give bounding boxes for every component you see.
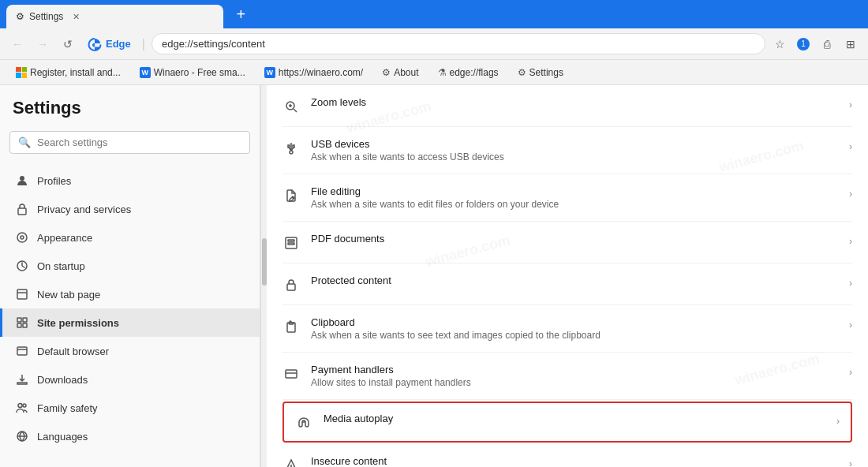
favorites-star-button[interactable]: ☆ [769,33,791,55]
media-autoplay-text: Media autoplay [324,413,825,424]
usb-desc: Ask when a site wants to access USB devi… [311,151,838,163]
sidebar-item-downloads[interactable]: Downloads [0,365,260,394]
clipboard-desc: Ask when a site wants to see text and im… [311,330,838,341]
family-safety-label: Family safety [37,402,98,414]
collections-button[interactable]: 1 [792,33,814,55]
svg-point-11 [18,404,22,408]
clipboard-title: Clipboard [311,316,838,328]
sidebar-item-site-permissions[interactable]: Site permissions [0,308,260,337]
active-tab[interactable]: ⚙ Settings ✕ [6,5,223,28]
sidebar-item-appearance[interactable]: Appearance [0,223,260,252]
toolbar-icons: ☆ 1 ⎙ ⊞ [769,33,862,55]
bookmark-item-4[interactable]: ⚗ edge://flags [432,65,505,80]
payment-icon [282,365,300,383]
permission-item-media-autoplay[interactable]: Media autoplay › [282,402,852,443]
tab-row: ⚙ Settings ✕ + [0,0,868,28]
insecure-text: Insecure content Insecure content is blo… [311,455,838,467]
protected-title: Protected content [311,275,838,286]
sidebar-item-privacy[interactable]: Privacy and services [0,195,260,223]
sidebar-item-printers[interactable]: Printers [0,450,260,454]
search-input[interactable] [37,136,241,148]
svg-rect-10 [17,347,27,355]
pdf-arrow: › [849,236,852,247]
bookmark-item-0[interactable]: Register, install and... [9,65,127,80]
bookmark-label-5: Settings [529,67,563,78]
refresh-button[interactable]: ↺ [57,33,79,55]
ms-favicon [16,67,27,78]
new-tab-icon [15,287,29,301]
back-button[interactable]: ← [6,33,28,55]
svg-rect-5 [17,290,27,299]
usb-arrow: › [849,141,852,152]
sidebar-item-family-safety[interactable]: Family safety [0,394,260,422]
browser-chrome: ⚙ Settings ✕ + ← → ↺ Edge | ☆ 1 ⎙ [0,0,868,85]
sidebar: Settings 🔍 Profiles [0,85,260,467]
protected-text: Protected content [311,275,838,286]
startup-label: On startup [37,260,85,272]
sidebar-scrollbar[interactable] [260,85,267,467]
pdf-title: PDF documents [311,233,838,245]
file-editing-text: File editing Ask when a site wants to ed… [311,185,838,210]
media-autoplay-title: Media autoplay [324,413,825,424]
extensions-button[interactable]: ⊞ [840,33,862,55]
appearance-label: Appearance [37,232,92,244]
forward-button[interactable]: → [32,33,54,55]
new-tab-button[interactable]: + [230,3,252,25]
insecure-title: Insecure content [311,455,838,467]
collections-badge: 1 [797,38,810,50]
payment-text: Payment handlers Allow sites to install … [311,364,838,388]
sidebar-item-languages[interactable]: Languages [0,422,260,450]
file-editing-icon [282,187,300,204]
media-autoplay-icon [295,414,312,432]
search-icon: 🔍 [18,136,31,148]
protected-arrow: › [849,278,852,289]
svg-rect-6 [17,318,21,322]
sidebar-item-new-tab[interactable]: New tab page [0,280,260,308]
share-button[interactable]: ⎙ [816,33,838,55]
svg-rect-8 [17,323,21,327]
tab-label: Settings [29,11,63,22]
bookmark-item-5[interactable]: ⚙ Settings [511,65,570,80]
bookmark-item-2[interactable]: W https://winaero.com/ [258,65,369,80]
sidebar-item-profiles[interactable]: Profiles [0,166,260,195]
address-input[interactable] [152,33,765,54]
privacy-label: Privacy and services [37,204,131,215]
tab-close-btn[interactable]: ✕ [68,5,214,28]
bookmark-label-1: Winaero - Free sma... [154,67,245,78]
svg-rect-7 [23,318,27,322]
permission-item-zoom[interactable]: Zoom levels › [282,85,852,127]
content-area: winaero.com winaero.com winaero.com wina… [267,85,868,467]
permission-item-payment[interactable]: Payment handlers Allow sites to install … [282,353,852,400]
svg-point-2 [17,233,27,242]
svg-point-3 [21,236,24,239]
startup-icon [15,259,29,273]
search-box[interactable]: 🔍 [9,131,250,154]
zoom-arrow: › [849,99,852,110]
family-safety-icon [15,401,29,415]
permission-item-protected[interactable]: Protected content › [282,263,852,305]
site-permissions-label: Site permissions [37,317,119,329]
clipboard-arrow: › [849,319,852,331]
bookmark-item-1[interactable]: W Winaero - Free sma... [133,65,252,80]
edge-logo-area: Edge [82,36,136,52]
permission-item-insecure[interactable]: Insecure content Insecure content is blo… [282,444,852,467]
bookmark-label-3: About [394,67,418,78]
sidebar-item-default-browser[interactable]: Default browser [0,337,260,365]
address-bar-row: ← → ↺ Edge | ☆ 1 ⎙ ⊞ [0,28,868,60]
sidebar-item-startup[interactable]: On startup [0,252,260,280]
pdf-icon [282,234,300,252]
permission-item-pdf[interactable]: PDF documents › [282,222,852,263]
permission-item-clipboard[interactable]: Clipboard Ask when a site wants to see t… [282,305,852,353]
w-favicon-1: W [140,67,151,78]
downloads-label: Downloads [37,374,88,386]
file-editing-desc: Ask when a site wants to edit files or f… [311,199,838,210]
privacy-icon [15,202,29,216]
payment-arrow: › [849,367,852,378]
permission-item-file-editing[interactable]: File editing Ask when a site wants to ed… [282,174,852,222]
svg-rect-18 [288,240,294,241]
permission-item-usb[interactable]: USB devices Ask when a site wants to acc… [282,127,852,174]
usb-title: USB devices [311,138,838,150]
zoom-icon [282,98,300,115]
bookmark-item-3[interactable]: ⚙ About [376,65,425,80]
url-separator: | [142,37,145,51]
